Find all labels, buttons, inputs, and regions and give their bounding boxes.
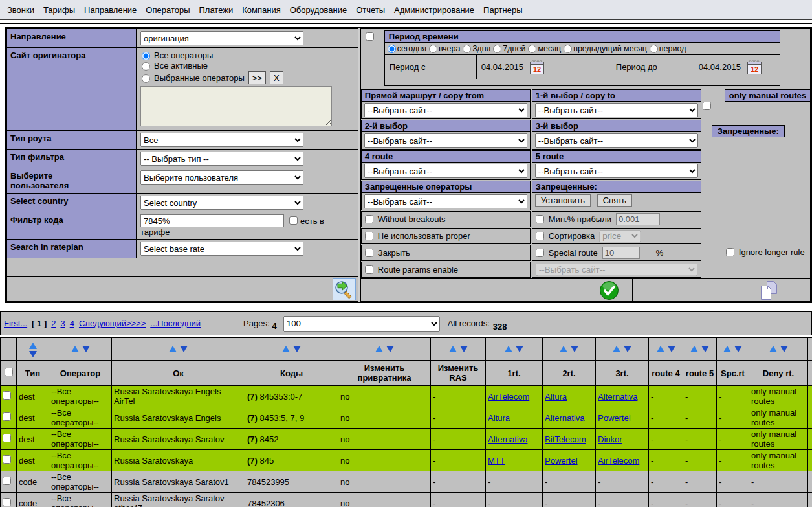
in-tariff-checkbox[interactable] bbox=[289, 216, 298, 225]
sort-asc-icon[interactable] bbox=[71, 346, 79, 352]
apply-check-icon[interactable] bbox=[599, 280, 619, 300]
sort-asc-icon[interactable] bbox=[505, 346, 512, 352]
sort-desc-icon[interactable] bbox=[571, 346, 578, 352]
period-option-месяц[interactable]: месяц bbox=[527, 44, 561, 53]
special-route-checkbox[interactable] bbox=[536, 249, 544, 257]
selected-operators-textarea[interactable] bbox=[140, 86, 332, 126]
rt1-link[interactable]: Altura bbox=[488, 413, 510, 423]
sort-asc-icon[interactable] bbox=[29, 343, 37, 349]
sort-ok-control[interactable] bbox=[169, 346, 188, 352]
route-params-site-select[interactable]: --Выбрать сайт-- bbox=[536, 264, 697, 276]
period-option-период[interactable]: период bbox=[648, 44, 686, 53]
country-select[interactable]: Select country bbox=[140, 196, 303, 210]
period-enable-checkbox[interactable] bbox=[366, 32, 374, 41]
period-radio[interactable] bbox=[429, 45, 437, 53]
rt3-link[interactable]: AirTelecom bbox=[598, 456, 639, 466]
clear-operators-button[interactable]: X bbox=[270, 71, 283, 84]
special-route-input[interactable] bbox=[602, 247, 640, 259]
sort-asc-icon[interactable] bbox=[723, 346, 731, 352]
period-option-предыдущий месяц[interactable]: предыдущий месяц bbox=[562, 44, 647, 53]
direct-route-select[interactable]: --Выбрать сайт-- bbox=[364, 103, 527, 117]
rt2-link[interactable]: Alternativa bbox=[545, 413, 584, 423]
sort-rt1-control[interactable] bbox=[505, 346, 523, 352]
sort-desc-icon[interactable] bbox=[668, 346, 675, 352]
first-choice-select[interactable]: --Выбрать сайт-- bbox=[535, 103, 698, 117]
rateplan-select[interactable]: Select base rate bbox=[140, 242, 303, 256]
sort-asc-icon[interactable] bbox=[449, 346, 457, 352]
menu-item-1[interactable]: Звонки bbox=[3, 5, 39, 15]
row-checkbox[interactable] bbox=[3, 455, 11, 464]
period-option-вчера[interactable]: вчера bbox=[428, 44, 460, 53]
rt2-link[interactable]: Powertel bbox=[545, 456, 578, 466]
sort-asc-icon[interactable] bbox=[169, 346, 177, 352]
unset-denied-button[interactable]: Снять bbox=[597, 194, 632, 207]
code-filter-input[interactable] bbox=[140, 214, 284, 227]
period-option-сегодня[interactable]: сегодня bbox=[386, 44, 426, 53]
page-link-2[interactable]: 2 bbox=[51, 319, 56, 328]
third-choice-select[interactable]: --Выбрать сайт-- bbox=[535, 133, 698, 148]
second-choice-select[interactable]: --Выбрать сайт-- bbox=[364, 133, 527, 148]
sort-desc-icon[interactable] bbox=[386, 346, 394, 352]
sort-desc-icon[interactable] bbox=[516, 346, 523, 352]
sort-asc-icon[interactable] bbox=[613, 346, 620, 352]
originator-all-radio[interactable] bbox=[142, 52, 150, 60]
rt2-link[interactable]: Altura bbox=[545, 392, 567, 401]
user-select[interactable]: Выберите пользователя bbox=[140, 170, 303, 185]
period-radio[interactable] bbox=[528, 45, 536, 53]
sort-desc-icon[interactable] bbox=[734, 346, 742, 352]
rt1-link[interactable]: Alternativa bbox=[488, 434, 527, 444]
first-page-link[interactable]: First... bbox=[4, 319, 27, 328]
set-denied-button[interactable]: Установить bbox=[535, 194, 591, 207]
search-icon[interactable] bbox=[333, 278, 356, 300]
only-manual-checkbox[interactable] bbox=[703, 102, 711, 110]
period-radio[interactable] bbox=[463, 45, 471, 53]
menu-item-2[interactable]: Тарифы bbox=[39, 5, 80, 15]
period-radio[interactable] bbox=[564, 45, 572, 53]
calendar-icon[interactable]: 12 bbox=[529, 59, 545, 75]
no-proper-checkbox[interactable] bbox=[365, 232, 373, 240]
menu-item-3[interactable]: Направление bbox=[80, 5, 141, 15]
period-radio[interactable] bbox=[388, 45, 396, 53]
menu-item-8[interactable]: Отчеты bbox=[351, 5, 390, 15]
min-profit-input[interactable] bbox=[616, 213, 660, 225]
sort-select[interactable]: price bbox=[599, 230, 641, 242]
rt1-link[interactable]: AirTelecom bbox=[488, 392, 529, 401]
sort-operator-control[interactable] bbox=[71, 346, 90, 352]
period-radio[interactable] bbox=[650, 45, 658, 53]
route-type-select[interactable]: Все bbox=[140, 133, 303, 147]
without-breakouts-checkbox[interactable] bbox=[365, 215, 373, 223]
sort-gatekeeper-control[interactable] bbox=[375, 346, 394, 352]
originator-active-radio[interactable] bbox=[142, 62, 150, 71]
originator-selected-radio[interactable] bbox=[142, 74, 150, 83]
min-profit-checkbox[interactable] bbox=[536, 215, 544, 223]
sort-type-control[interactable] bbox=[29, 343, 37, 357]
menu-item-5[interactable]: Платежи bbox=[195, 5, 238, 15]
route4-select[interactable]: --Выбрать сайт-- bbox=[364, 164, 527, 178]
direction-select[interactable]: оригинация bbox=[140, 31, 303, 45]
period-option-7дней[interactable]: 7дней bbox=[492, 44, 525, 53]
copy-document-icon[interactable] bbox=[760, 280, 778, 300]
sort-asc-icon[interactable] bbox=[690, 346, 698, 352]
filter-type-select[interactable]: -- Выбрать тип -- bbox=[140, 152, 303, 166]
row-checkbox[interactable] bbox=[3, 498, 11, 506]
sort-codes-control[interactable] bbox=[282, 346, 301, 352]
menu-item-7[interactable]: Оборудование bbox=[285, 5, 351, 15]
row-checkbox[interactable] bbox=[3, 412, 11, 421]
row-checkbox[interactable] bbox=[3, 477, 11, 485]
menu-item-6[interactable]: Компания bbox=[237, 5, 285, 15]
rt3-link[interactable]: Alternativa bbox=[598, 392, 637, 401]
sort-asc-icon[interactable] bbox=[769, 346, 777, 352]
denied-operators-select[interactable]: --Выбрать сайт-- bbox=[364, 194, 527, 208]
sort-desc-icon[interactable] bbox=[701, 346, 709, 352]
sort-rt2-control[interactable] bbox=[560, 346, 578, 352]
last-page-link[interactable]: ...Последний bbox=[150, 319, 201, 328]
menu-item-4[interactable]: Операторы bbox=[141, 5, 194, 15]
row-checkbox[interactable] bbox=[3, 434, 11, 442]
rt3-link[interactable]: Dinkor bbox=[598, 434, 622, 444]
period-radio[interactable] bbox=[493, 45, 501, 53]
sort-route4-control[interactable] bbox=[657, 346, 675, 352]
sort-asc-icon[interactable] bbox=[560, 346, 567, 352]
sort-route5-control[interactable] bbox=[690, 346, 709, 352]
page-link-3[interactable]: 3 bbox=[60, 319, 65, 328]
calendar-icon[interactable]: 12 bbox=[746, 59, 763, 75]
